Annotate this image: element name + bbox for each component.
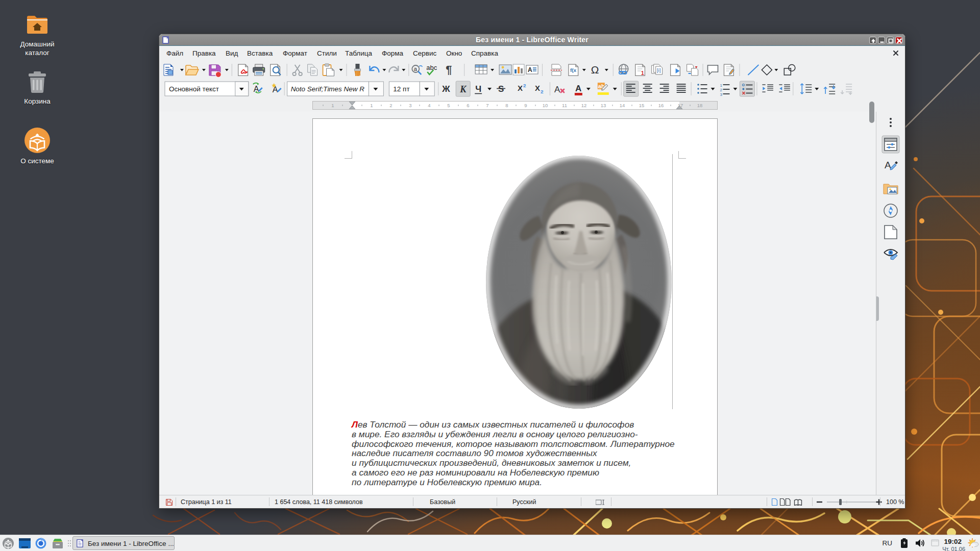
svg-text:Ч: Ч bbox=[475, 84, 481, 94]
svg-text:2: 2 bbox=[523, 83, 526, 88]
svg-text:К: К bbox=[459, 84, 467, 94]
svg-text:S: S bbox=[498, 84, 504, 94]
svg-text:3: 3 bbox=[720, 92, 722, 97]
svg-text:A: A bbox=[575, 84, 581, 93]
svg-text:14: 14 bbox=[620, 103, 625, 108]
svg-text:[i]: [i] bbox=[657, 67, 661, 73]
svg-text:13: 13 bbox=[601, 103, 606, 108]
svg-text:3: 3 bbox=[409, 103, 411, 108]
svg-text:11: 11 bbox=[562, 103, 567, 108]
svg-text:7: 7 bbox=[486, 103, 488, 108]
svg-text:A: A bbox=[528, 66, 532, 73]
svg-text:¶: ¶ bbox=[446, 63, 452, 76]
svg-text:2: 2 bbox=[389, 103, 392, 108]
svg-text:4: 4 bbox=[428, 103, 430, 108]
svg-text:6: 6 bbox=[467, 103, 469, 108]
svg-text:8: 8 bbox=[505, 103, 508, 108]
svg-text:abc: abc bbox=[426, 64, 437, 71]
svg-text:1: 1 bbox=[370, 103, 373, 108]
svg-text:12 пт: 12 пт bbox=[393, 85, 409, 93]
svg-text:1: 1 bbox=[641, 70, 644, 76]
svg-text:Noto Serif;Times New R: Noto Serif;Times New R bbox=[291, 85, 365, 93]
svg-text:2: 2 bbox=[720, 88, 722, 92]
svg-text:Основной текст: Основной текст bbox=[169, 85, 219, 93]
svg-text:18: 18 bbox=[697, 103, 703, 108]
svg-text:f(x: f(x bbox=[570, 67, 577, 73]
svg-text:1: 1 bbox=[720, 83, 722, 88]
svg-text:16: 16 bbox=[658, 103, 664, 108]
svg-text:15: 15 bbox=[639, 103, 645, 108]
svg-text:2: 2 bbox=[541, 89, 544, 94]
svg-text:12: 12 bbox=[581, 103, 587, 108]
svg-text:X: X bbox=[535, 84, 540, 92]
svg-text:Ω: Ω bbox=[591, 64, 599, 76]
svg-text:10: 10 bbox=[543, 103, 548, 108]
svg-text:Ж: Ж bbox=[442, 84, 450, 94]
svg-text:a: a bbox=[414, 66, 418, 72]
svg-text:9: 9 bbox=[524, 103, 527, 108]
svg-text:A: A bbox=[554, 85, 560, 94]
svg-text:X: X bbox=[518, 84, 523, 92]
svg-text:1: 1 bbox=[331, 103, 334, 108]
svg-text:5: 5 bbox=[447, 103, 450, 108]
